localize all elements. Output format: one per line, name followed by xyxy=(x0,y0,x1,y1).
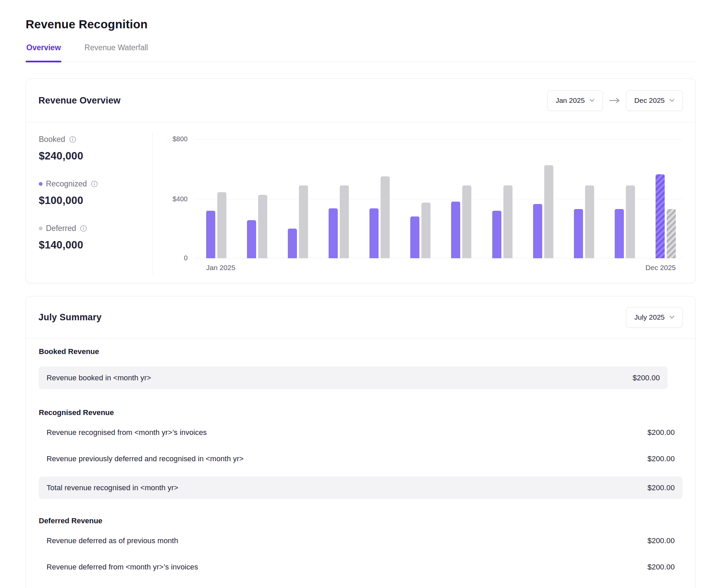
row-value: $200.00 xyxy=(647,455,675,463)
y-axis-tick: $400 xyxy=(153,195,187,203)
summary-body: Booked RevenueRevenue booked in <month y… xyxy=(26,347,695,578)
section-heading: Recognised Revenue xyxy=(39,408,683,417)
info-icon[interactable] xyxy=(69,136,76,143)
bar-deferred xyxy=(381,176,390,258)
bar-group-jul-2025 xyxy=(451,139,471,258)
chevron-down-icon xyxy=(669,316,675,319)
stat-booked: Booked$240,000 xyxy=(39,134,152,162)
summary-section-deferred-revenue: Deferred RevenueRevenue deferred as of p… xyxy=(39,516,683,578)
bar-recognized xyxy=(206,211,215,258)
summary-row: Revenue booked in <month yr>$200.00 xyxy=(39,366,668,389)
bar-deferred xyxy=(258,195,267,258)
bar-group-mar-2025 xyxy=(288,139,308,258)
summary-row: Revenue deferred from <month yr>’s invoi… xyxy=(39,556,683,578)
chevron-down-icon xyxy=(669,99,675,102)
x-axis-labels: Jan 2025 Dec 2025 xyxy=(206,264,676,272)
bar-deferred xyxy=(626,185,635,258)
section-heading: Booked Revenue xyxy=(39,347,683,356)
stat-value: $240,000 xyxy=(39,150,152,162)
row-label: Revenue booked in <month yr> xyxy=(46,374,151,382)
x-axis-label-start: Jan 2025 xyxy=(206,264,235,272)
start-month-dropdown[interactable]: Jan 2025 xyxy=(547,90,603,111)
summary-section-booked-revenue: Booked RevenueRevenue booked in <month y… xyxy=(39,347,683,389)
bar-recognized xyxy=(492,211,501,258)
revenue-overview-card: Revenue Overview Jan 2025 Dec 2025 Booke… xyxy=(26,79,696,283)
tab-overview[interactable]: Overview xyxy=(26,43,61,62)
bar-deferred xyxy=(544,165,553,258)
bar-deferred xyxy=(585,185,594,258)
summary-month-dropdown[interactable]: July 2025 xyxy=(626,307,683,328)
date-range-controls: Jan 2025 Dec 2025 xyxy=(547,90,683,111)
stat-recognized: Recognized$100,000 xyxy=(39,179,152,207)
bar-group-aug-2025 xyxy=(492,139,513,258)
bar-recognized xyxy=(410,216,419,258)
tab-revenue-waterfall[interactable]: Revenue Waterfall xyxy=(84,43,148,62)
arrow-right-icon xyxy=(609,98,620,104)
stat-deferred: Deferred$140,000 xyxy=(39,224,152,251)
section-heading: Deferred Revenue xyxy=(39,516,683,526)
legend-dot xyxy=(39,227,42,230)
bar-group-may-2025 xyxy=(369,139,390,258)
info-icon[interactable] xyxy=(91,181,98,187)
bar-group-jun-2025 xyxy=(410,139,431,258)
stat-label: Deferred xyxy=(46,224,76,233)
x-axis-label-end: Dec 2025 xyxy=(645,264,676,272)
page-title: Revenue Recognition xyxy=(26,18,148,31)
bar-deferred xyxy=(421,203,431,258)
info-icon[interactable] xyxy=(80,225,87,232)
bar-recognized xyxy=(247,220,256,258)
row-label: Revenue previously deferred and recognis… xyxy=(46,455,244,463)
bar-deferred xyxy=(462,185,471,258)
row-value: $200.00 xyxy=(647,563,675,571)
summary-row: Revenue recognised from <month yr>’s inv… xyxy=(39,421,683,444)
y-axis-tick: $800 xyxy=(153,135,187,143)
bar-recognized xyxy=(656,174,665,258)
row-value: $200.00 xyxy=(647,483,675,492)
bar-recognized xyxy=(451,202,460,258)
bar-group-dec-2025 xyxy=(656,139,676,258)
revenue-overview-title: Revenue Overview xyxy=(38,96,120,106)
summary-month-label: July 2025 xyxy=(634,313,665,321)
summary-row: Revenue deferred as of previous month$20… xyxy=(39,530,683,552)
bar-group-nov-2025 xyxy=(615,139,635,258)
bar-recognized xyxy=(328,208,338,258)
end-month-label: Dec 2025 xyxy=(634,97,665,105)
tab-bar: OverviewRevenue Waterfall xyxy=(26,43,696,62)
stat-value: $140,000 xyxy=(39,239,152,251)
row-label: Revenue deferred from <month yr>’s invoi… xyxy=(46,563,198,571)
legend-dot xyxy=(39,182,42,186)
bar-deferred xyxy=(217,192,226,258)
revenue-overview-header: Revenue Overview Jan 2025 Dec 2025 xyxy=(26,79,695,122)
summary-row: Total revenue recognised in <month yr>$2… xyxy=(39,477,683,499)
y-axis-tick: 0 xyxy=(153,254,187,262)
bar-deferred xyxy=(667,209,676,258)
stat-value: $100,000 xyxy=(39,194,152,207)
chevron-down-icon xyxy=(589,99,595,102)
bar-recognized xyxy=(574,209,583,258)
row-value: $200.00 xyxy=(633,374,660,382)
summary-header: July Summary July 2025 xyxy=(26,296,695,338)
stat-label: Recognized xyxy=(46,180,87,188)
bar-deferred xyxy=(503,185,513,258)
bar-recognized xyxy=(288,229,297,258)
stat-label: Booked xyxy=(39,135,65,144)
divider xyxy=(26,338,695,338)
bar-recognized xyxy=(533,204,542,258)
start-month-label: Jan 2025 xyxy=(556,97,585,105)
summary-title: July Summary xyxy=(38,312,102,323)
row-label: Total revenue recognised in <month yr> xyxy=(46,483,178,492)
bar-group-jan-2025 xyxy=(206,139,226,258)
bar-recognized xyxy=(615,209,624,258)
revenue-bar-chart: $800 $400 0 Jan 2025 Dec 2025 xyxy=(153,122,695,283)
month-summary-card: July Summary July 2025 Booked RevenueRev… xyxy=(26,296,696,588)
row-label: Revenue recognised from <month yr>’s inv… xyxy=(46,428,207,437)
summary-section-recognised-revenue: Recognised RevenueRevenue recognised fro… xyxy=(39,408,683,499)
row-label: Revenue deferred as of previous month xyxy=(46,537,178,545)
summary-row: Revenue previously deferred and recognis… xyxy=(39,448,683,470)
bar-group-feb-2025 xyxy=(247,139,267,258)
row-value: $200.00 xyxy=(647,428,675,437)
chart-plot-area: Jan 2025 Dec 2025 xyxy=(194,139,683,258)
revenue-stats: Booked$240,000Recognized$100,000Deferred… xyxy=(39,122,152,283)
bar-deferred xyxy=(299,185,308,258)
end-month-dropdown[interactable]: Dec 2025 xyxy=(626,90,683,111)
